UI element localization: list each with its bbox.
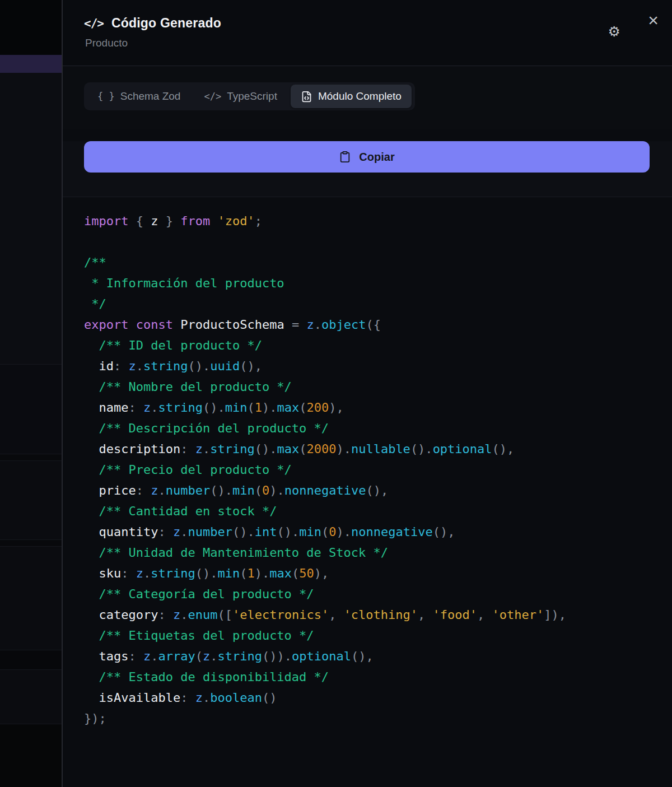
code-line: /** — [84, 252, 672, 273]
background-row — [0, 546, 62, 650]
code-icon: </> — [204, 91, 221, 102]
panel-subtitle: Producto — [85, 37, 128, 49]
code-line: id: z.string().uuid(), — [84, 356, 672, 376]
tab-typescript[interactable]: </> TypeScript — [194, 85, 287, 108]
code-line: /** Nombre del producto */ — [84, 376, 672, 397]
code-line: isAvailable: z.boolean() — [84, 687, 672, 708]
code-line: price: z.number().min(0).nonnegative(), — [84, 480, 672, 501]
code-line: name: z.string().min(1).max(200), — [84, 397, 672, 418]
tab-group: { } Schema Zod </> TypeScript — [84, 82, 415, 110]
copy-button-label: Copiar — [359, 151, 394, 164]
close-icon[interactable]: × — [648, 11, 659, 29]
code-block: import { z } from 'zod'; /** * Informaci… — [63, 197, 672, 729]
copy-section: Copiar — [63, 141, 672, 197]
code-line: /** Descripción del producto */ — [84, 418, 672, 439]
tab-label: Schema Zod — [120, 90, 181, 103]
code-line: /** Cantidad en stock */ — [84, 501, 672, 521]
code-line: /** Precio del producto */ — [84, 459, 672, 480]
panel-title: Código Generado — [111, 16, 221, 31]
tab-modulo-completo[interactable]: Módulo Completo — [291, 85, 412, 108]
background-row — [0, 650, 62, 669]
code-line: * Información del producto — [84, 273, 672, 294]
background-row — [0, 364, 62, 454]
code-line: export const ProductoSchema = z.object({ — [84, 314, 672, 335]
braces-icon: { } — [97, 91, 115, 102]
background-row — [0, 724, 62, 787]
code-line: description: z.string().max(2000).nullab… — [84, 439, 672, 459]
code-icon: </> — [84, 17, 104, 30]
background-page — [0, 0, 62, 787]
background-row — [0, 539, 62, 546]
code-line: /** Estado de disponibilidad */ — [84, 667, 672, 687]
title-row: </> Código Generado — [84, 16, 221, 31]
code-line: tags: z.array(z.string()).optional(), — [84, 646, 672, 667]
tabs-section: { } Schema Zod </> TypeScript — [63, 66, 672, 129]
background-row — [0, 460, 62, 539]
tab-schema-zod[interactable]: { } Schema Zod — [87, 85, 190, 108]
code-line: quantity: z.number().int().min(0).nonneg… — [84, 521, 672, 542]
file-code-icon — [301, 91, 312, 103]
code-line: /** Categoría del producto */ — [84, 584, 672, 604]
screen: </> Código Generado Producto × ⚙ { } Sch… — [0, 0, 672, 787]
background-row — [0, 0, 62, 55]
code-line: }); — [84, 708, 672, 729]
background-selected-row — [0, 55, 62, 73]
code-line: category: z.enum(['electronics', 'clothi… — [84, 604, 672, 625]
tab-label: Módulo Completo — [318, 90, 402, 103]
copy-button[interactable]: Copiar — [84, 141, 650, 173]
code-line: */ — [84, 294, 672, 314]
code-line: /** ID del producto */ — [84, 335, 672, 356]
generated-code-panel: </> Código Generado Producto × ⚙ { } Sch… — [62, 0, 672, 787]
gear-icon[interactable]: ⚙ — [608, 25, 620, 39]
code-line: /** Etiquetas del producto */ — [84, 625, 672, 646]
code-line: import { z } from 'zod'; — [84, 211, 672, 231]
code-line: sku: z.string().min(1).max(50), — [84, 563, 672, 584]
background-row — [0, 454, 62, 460]
code-line: /** Unidad de Mantenimiento de Stock */ — [84, 542, 672, 563]
background-row — [0, 669, 62, 724]
background-row — [0, 73, 62, 364]
tab-label: TypeScript — [227, 90, 277, 103]
code-line — [84, 231, 672, 252]
panel-header: </> Código Generado Producto × ⚙ — [63, 0, 672, 66]
clipboard-icon — [339, 151, 351, 163]
